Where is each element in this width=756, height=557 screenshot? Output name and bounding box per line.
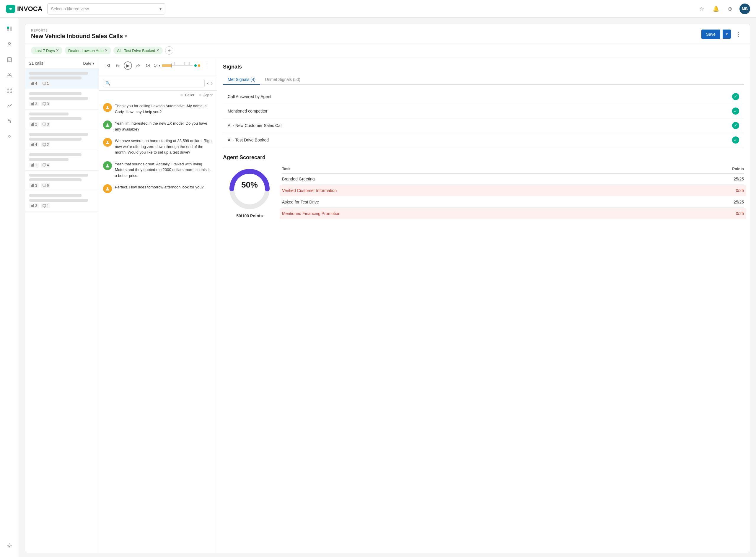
filter-tag-last7days-remove-icon[interactable]: × <box>56 48 59 53</box>
call-item-line <box>29 158 68 161</box>
call-item[interactable]: 2 3 <box>25 110 99 130</box>
agent-label: Agent <box>204 93 213 97</box>
caller-legend-dot-icon <box>180 94 183 96</box>
signal-name: Mentioned competitor <box>228 109 268 113</box>
call-item-line <box>29 133 88 136</box>
scorecard-table: Task Points Branded Greeting 25/25 Verif… <box>282 166 744 220</box>
audio-more-button[interactable]: ⋮ <box>202 61 212 70</box>
save-button[interactable]: Save <box>701 30 720 39</box>
svg-rect-30 <box>32 123 33 126</box>
sidebar-item-filters[interactable] <box>3 115 16 127</box>
score-points-value: 0/25 <box>736 188 744 193</box>
call-item[interactable]: 1 4 <box>25 150 99 171</box>
search-icon: 🔍 <box>105 81 111 86</box>
svg-rect-3 <box>10 29 12 31</box>
call-badge-messages: 2 <box>41 142 51 147</box>
svg-rect-34 <box>32 144 33 146</box>
search-prev-button[interactable]: ‹ <box>207 81 209 86</box>
add-filter-icon: + <box>168 48 171 54</box>
filter-tag-dealer-remove-icon[interactable]: × <box>105 48 108 53</box>
player-speed-button[interactable]: 1× ▾ <box>154 63 160 68</box>
call-item[interactable]: 3 1 <box>25 191 99 211</box>
col-points-header: Points <box>732 167 744 171</box>
message-4: Yeah that sounds great. Actually, I talk… <box>103 161 213 179</box>
sidebar-item-teams[interactable] <box>3 68 16 82</box>
caller-label: Caller <box>185 93 194 97</box>
add-filter-button[interactable]: + <box>165 47 173 55</box>
svg-rect-51 <box>162 64 172 67</box>
player-rewind-button[interactable]: 15 <box>114 61 122 70</box>
call-item-badges: 3 3 <box>29 101 94 106</box>
help-icon[interactable]: ⊕ <box>725 4 735 13</box>
signal-name: AI - New Customer Sales Call <box>228 123 282 128</box>
sidebar-item-users[interactable] <box>3 38 16 51</box>
call-item[interactable]: 3 3 <box>25 89 99 110</box>
agent-dot-icon <box>198 64 200 67</box>
svg-point-57 <box>107 106 109 108</box>
bell-icon[interactable]: 🔔 <box>711 4 721 13</box>
svg-rect-32 <box>43 123 46 125</box>
reports-breadcrumb: REPORTS <box>31 29 127 32</box>
report-title[interactable]: New Vehicle Inbound Sales Calls ▾ <box>31 33 127 39</box>
svg-rect-22 <box>32 82 33 85</box>
message-2: Yeah I'm interested in the new ZX model.… <box>103 120 213 132</box>
call-badge-signals: 3 <box>29 183 39 188</box>
call-badge-signals: 4 <box>29 142 39 147</box>
score-task-label: Branded Greeting <box>282 177 315 181</box>
sidebar-item-dashboard[interactable] <box>3 23 16 35</box>
svg-rect-55 <box>184 62 185 65</box>
sidebar-item-reports[interactable] <box>3 53 16 66</box>
tab-unmet-signals[interactable]: Unmet Signals (50) <box>260 75 305 85</box>
logo: INVOCA <box>6 5 42 13</box>
filter-tag-dealer-label: Dealer: Lawson Auto <box>68 49 104 53</box>
svg-rect-5 <box>7 58 11 62</box>
user-avatar[interactable]: MB <box>739 4 750 14</box>
sidebar-item-connections[interactable] <box>3 130 16 143</box>
signal-check-icon: ✓ <box>732 93 739 100</box>
call-badge-signals: 3 <box>29 101 39 106</box>
sidebar-item-analytics[interactable] <box>3 99 16 112</box>
star-icon[interactable]: ☆ <box>697 4 706 13</box>
call-item-badges: 1 4 <box>29 163 94 168</box>
call-item-line <box>29 138 82 141</box>
search-next-button[interactable]: › <box>211 81 213 86</box>
filter-tag-ai-testdrive[interactable]: AI - Test Drive Booked × <box>113 47 162 54</box>
call-item[interactable]: 3 6 <box>25 171 99 191</box>
filter-tag-dealer[interactable]: Dealer: Lawson Auto × <box>65 47 111 54</box>
filter-view-placeholder: Select a filtered view <box>51 6 89 11</box>
player-skip-back-button[interactable] <box>104 61 112 70</box>
svg-rect-0 <box>7 27 9 29</box>
svg-point-19 <box>9 136 10 137</box>
call-badge-messages: 1 <box>41 204 51 208</box>
more-options-button[interactable]: ⋮ <box>733 30 744 39</box>
player-play-button[interactable]: ▶ <box>124 61 132 70</box>
sidebar <box>0 18 19 557</box>
svg-rect-35 <box>33 143 34 146</box>
filter-view-select[interactable]: Select a filtered view ▾ <box>47 3 165 14</box>
message-2-text: Yeah I'm interested in the new ZX model.… <box>115 120 213 132</box>
player-skip-forward-button[interactable] <box>144 61 152 70</box>
call-badge-signals: 1 <box>29 163 39 168</box>
transcript-search-input[interactable] <box>103 79 205 87</box>
svg-rect-23 <box>33 82 34 85</box>
app-layout: REPORTS New Vehicle Inbound Sales Calls … <box>0 18 756 557</box>
date-sort-button[interactable]: Date ▾ <box>83 61 94 65</box>
scorecard-title: Agent Scorecard <box>223 154 744 161</box>
save-dropdown-button[interactable]: ▾ <box>723 30 731 39</box>
svg-point-58 <box>107 123 109 125</box>
date-sort-label: Date <box>83 61 91 65</box>
logo-text: INVOCA <box>17 5 42 13</box>
call-item[interactable]: 4 2 <box>25 130 99 150</box>
svg-text:15: 15 <box>117 65 119 66</box>
player-fast-forward-button[interactable]: 10 <box>134 61 142 70</box>
score-points-value: 0/25 <box>736 211 744 216</box>
filter-tag-ai-testdrive-remove-icon[interactable]: × <box>156 48 159 53</box>
sidebar-item-settings[interactable] <box>3 539 16 552</box>
call-item[interactable]: 4 1 <box>25 69 99 89</box>
scorecard-section: Agent Scorecard <box>223 154 744 220</box>
filter-tag-last7days[interactable]: Last 7 Days × <box>31 47 62 54</box>
svg-text:10: 10 <box>137 65 139 66</box>
waveform-container[interactable] <box>162 60 192 71</box>
sidebar-item-integrations[interactable] <box>3 84 16 97</box>
tab-met-signals[interactable]: Met Signals (4) <box>223 75 260 85</box>
